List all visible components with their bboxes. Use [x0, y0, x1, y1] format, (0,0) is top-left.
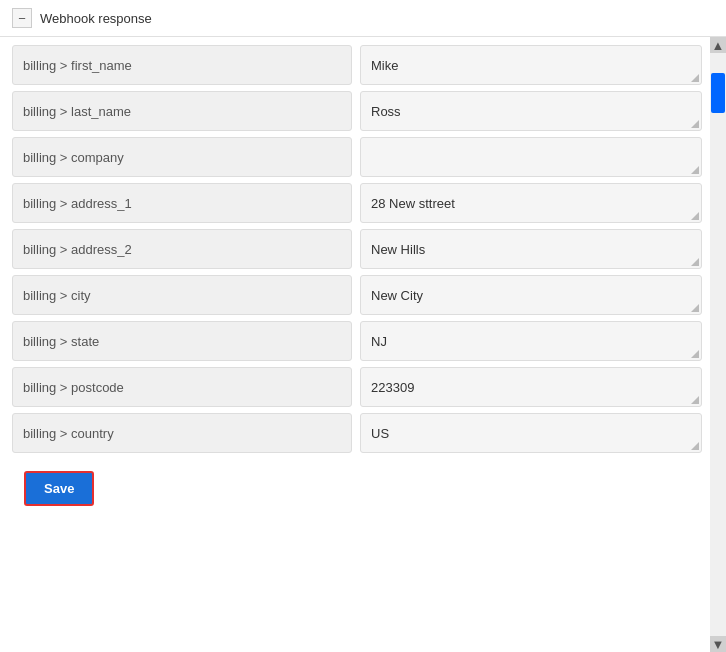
field-label: billing > address_1	[12, 183, 352, 223]
field-value[interactable]: New City	[360, 275, 702, 315]
scrollbar-thumb[interactable]	[711, 73, 725, 113]
field-value-wrapper	[360, 137, 702, 177]
resize-handle-icon	[691, 166, 699, 174]
field-label: billing > last_name	[12, 91, 352, 131]
field-label: billing > city	[12, 275, 352, 315]
resize-handle-icon	[691, 350, 699, 358]
resize-handle-icon	[691, 212, 699, 220]
save-button[interactable]: Save	[24, 471, 94, 506]
resize-handle-icon	[691, 258, 699, 266]
field-label: billing > country	[12, 413, 352, 453]
resize-handle-icon	[691, 74, 699, 82]
field-label: billing > postcode	[12, 367, 352, 407]
save-button-area: Save	[12, 459, 710, 518]
field-value-wrapper: Mike	[360, 45, 702, 85]
resize-handle-icon	[691, 442, 699, 450]
scrollbar[interactable]: ▲ ▼	[710, 37, 726, 652]
field-row: billing > company	[12, 137, 710, 177]
resize-handle-icon	[691, 304, 699, 312]
field-value-wrapper: Ross	[360, 91, 702, 131]
field-value[interactable]: US	[360, 413, 702, 453]
field-row: billing > last_nameRoss	[12, 91, 710, 131]
field-row: billing > address_2New Hills	[12, 229, 710, 269]
fields-container: billing > first_nameMikebilling > last_n…	[12, 45, 710, 453]
field-value-wrapper: NJ	[360, 321, 702, 361]
field-value[interactable]: NJ	[360, 321, 702, 361]
field-label: billing > address_2	[12, 229, 352, 269]
field-row: billing > first_nameMike	[12, 45, 710, 85]
scrollbar-down-button[interactable]: ▼	[710, 636, 726, 652]
field-value-wrapper: 28 New sttreet	[360, 183, 702, 223]
field-value-wrapper: US	[360, 413, 702, 453]
field-value[interactable]: Ross	[360, 91, 702, 131]
field-value-wrapper: New Hills	[360, 229, 702, 269]
field-row: billing > countryUS	[12, 413, 710, 453]
resize-handle-icon	[691, 120, 699, 128]
webhook-header: − Webhook response	[0, 0, 726, 37]
content-area: billing > first_nameMikebilling > last_n…	[0, 37, 726, 652]
field-value[interactable]: Mike	[360, 45, 702, 85]
field-label: billing > company	[12, 137, 352, 177]
field-value-wrapper: 223309	[360, 367, 702, 407]
main-container: − Webhook response billing > first_nameM…	[0, 0, 726, 652]
field-row: billing > postcode223309	[12, 367, 710, 407]
resize-handle-icon	[691, 396, 699, 404]
field-value[interactable]: 223309	[360, 367, 702, 407]
field-value[interactable]: New Hills	[360, 229, 702, 269]
collapse-toggle[interactable]: −	[12, 8, 32, 28]
header-title: Webhook response	[40, 11, 152, 26]
field-label: billing > first_name	[12, 45, 352, 85]
field-row: billing > address_128 New sttreet	[12, 183, 710, 223]
field-row: billing > cityNew City	[12, 275, 710, 315]
field-label: billing > state	[12, 321, 352, 361]
scrollbar-thumb-area	[710, 53, 726, 636]
field-value-wrapper: New City	[360, 275, 702, 315]
fields-area: billing > first_nameMikebilling > last_n…	[0, 37, 710, 652]
field-value[interactable]	[360, 137, 702, 177]
field-row: billing > stateNJ	[12, 321, 710, 361]
field-value[interactable]: 28 New sttreet	[360, 183, 702, 223]
scrollbar-up-button[interactable]: ▲	[710, 37, 726, 53]
